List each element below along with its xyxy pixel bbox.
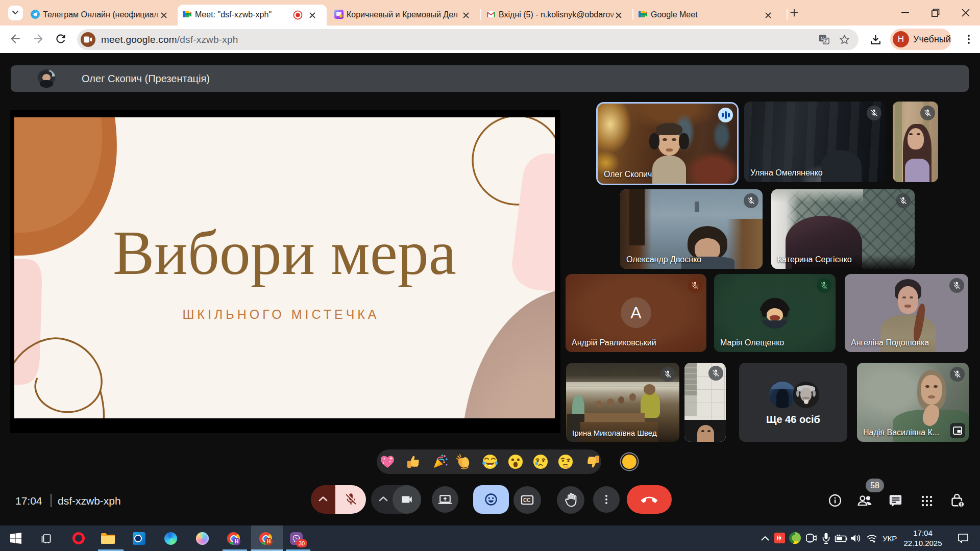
- svg-text:CC: CC: [523, 497, 530, 503]
